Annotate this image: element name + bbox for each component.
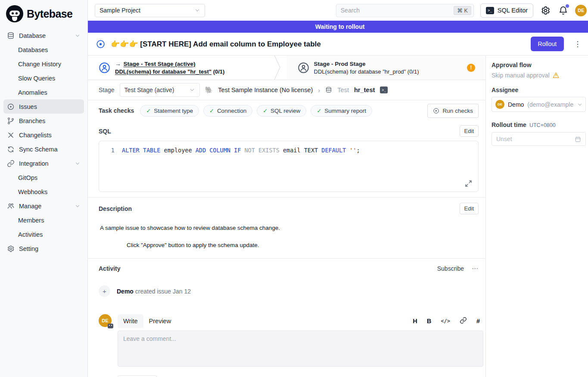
sidebar-item-slow-queries[interactable]: Slow Queries bbox=[3, 71, 84, 85]
description-line: Click "Approve" button to apply the sche… bbox=[100, 241, 479, 250]
sidebar-item-webhooks[interactable]: Webhooks bbox=[3, 185, 84, 199]
check-statement-type[interactable]: ✓ Statement type bbox=[140, 105, 199, 117]
check-connection[interactable]: ✓ Connection bbox=[203, 105, 252, 117]
sidebar-item-label: Database bbox=[19, 32, 46, 39]
sidebar-item-integration[interactable]: Integration bbox=[3, 156, 84, 170]
sidebar-item-members[interactable]: Members bbox=[3, 213, 84, 227]
rollout-time-value: Unset bbox=[496, 136, 512, 142]
task-checks-row: Task checks ✓ Statement type ✓ Connectio… bbox=[88, 100, 485, 121]
assignee-avatar: DE bbox=[495, 100, 504, 109]
sql-token: employee bbox=[160, 147, 195, 154]
terminal-icon: >_ bbox=[486, 7, 494, 14]
sidebar-item-change-history[interactable]: Change History bbox=[3, 57, 84, 71]
rollout-timezone: UTC+0800 bbox=[529, 122, 556, 128]
sidebar-item-activities[interactable]: Activities bbox=[3, 227, 84, 241]
sidebar-item-gitops[interactable]: GitOps bbox=[3, 170, 84, 185]
stage-test-text: → Stage - Test Stage (active) DDL(schema… bbox=[115, 61, 224, 75]
project-select-value: Sample Project bbox=[100, 7, 140, 14]
brand-logo[interactable]: Bytebase bbox=[3, 3, 84, 28]
chevron-down-icon bbox=[189, 87, 195, 93]
expand-icon[interactable] bbox=[465, 180, 472, 187]
stage-selector-row: Stage Test Stage (active) 🐘 Test Sample … bbox=[88, 80, 485, 100]
stage-test-name[interactable]: Stage - Test Stage (active) bbox=[124, 61, 196, 67]
description-line: A sample issue to showcase how to review… bbox=[100, 224, 479, 232]
user-avatar[interactable]: DE bbox=[575, 5, 587, 16]
sql-edit-button[interactable]: Edit bbox=[460, 125, 479, 137]
gear-icon bbox=[541, 6, 551, 15]
sidebar-item-label: Manage bbox=[19, 203, 41, 210]
sidebar-item-sync-schema[interactable]: Sync Schema bbox=[3, 142, 84, 156]
search-box[interactable]: ⌘ K bbox=[336, 4, 474, 17]
sidebar-item-anomalies[interactable]: Anomalies bbox=[3, 85, 84, 99]
topbar-right: ⌘ K >_ SQL Editor bbox=[336, 3, 587, 18]
code-format-button[interactable]: </> bbox=[441, 318, 450, 324]
rollout-time-picker[interactable]: Unset bbox=[492, 132, 586, 146]
bytebase-logo-icon bbox=[6, 5, 23, 22]
sidebar-item-label: Integration bbox=[19, 160, 49, 167]
sidebar-item-database[interactable]: Database bbox=[3, 28, 84, 43]
tab-write[interactable]: Write bbox=[118, 314, 143, 328]
notifications-button[interactable] bbox=[557, 5, 569, 16]
branch-icon bbox=[7, 117, 15, 125]
sidebar-item-label: Webhooks bbox=[18, 188, 47, 195]
description-edit-button[interactable]: Edit bbox=[460, 203, 479, 214]
hash-format-button[interactable]: # bbox=[476, 318, 480, 324]
sidebar-item-issues[interactable]: Issues bbox=[3, 99, 84, 114]
brand-name: Bytebase bbox=[27, 8, 72, 20]
tab-preview[interactable]: Preview bbox=[143, 314, 177, 328]
bold-format-button[interactable]: B bbox=[427, 318, 431, 324]
postgres-icon: 🐘 bbox=[205, 86, 213, 94]
sql-editor-button[interactable]: >_ SQL Editor bbox=[480, 3, 533, 18]
check-pass-icon: ✓ bbox=[209, 108, 214, 114]
chevron-down-icon bbox=[194, 7, 200, 13]
stage-select-dropdown[interactable]: Test Stage (active) bbox=[120, 83, 200, 97]
sidebar-item-branches[interactable]: Branches bbox=[3, 114, 84, 128]
rollout-button[interactable]: Rollout bbox=[531, 37, 564, 51]
check-sql-review[interactable]: ✓ SQL review bbox=[257, 105, 306, 117]
open-sql-editor-icon[interactable]: >_ bbox=[380, 87, 388, 93]
link-icon bbox=[7, 160, 15, 167]
check-summary-report[interactable]: ✓ Summary report bbox=[311, 105, 372, 117]
subscribe-button[interactable]: Subscribe bbox=[437, 265, 464, 272]
sql-section-title: SQL bbox=[99, 128, 111, 135]
project-select[interactable]: Sample Project bbox=[95, 4, 205, 17]
description-body: A sample issue to showcase how to review… bbox=[99, 224, 479, 250]
link-format-button[interactable] bbox=[460, 317, 467, 325]
check-label: Summary report bbox=[324, 108, 366, 114]
issue-menu-button[interactable]: ⋮ bbox=[569, 40, 586, 49]
activity-menu-button[interactable]: ⋯ bbox=[472, 265, 479, 272]
activity-action: created issue bbox=[134, 288, 173, 295]
assignee-select[interactable]: DE Demo (demo@example bbox=[492, 97, 586, 112]
check-pass-icon: ✓ bbox=[263, 108, 268, 114]
search-input[interactable] bbox=[341, 7, 454, 14]
sidebar-item-databases[interactable]: Databases bbox=[3, 43, 84, 57]
stage-assignee-icon-inactive bbox=[298, 62, 309, 74]
sidebar-item-changelists[interactable]: Changelists bbox=[3, 128, 84, 142]
content-row: → Stage - Test Stage (active) DDL(schema… bbox=[88, 56, 588, 377]
stage-prod-cell[interactable]: Stage - Prod Stage DDL(schema) for datab… bbox=[287, 56, 486, 80]
created-event-icon: + bbox=[99, 285, 110, 297]
calendar-icon bbox=[575, 136, 581, 142]
sql-code-line: 1 ALTER TABLE employee ADD COLUMN IF NOT… bbox=[105, 146, 472, 155]
sidebar-item-setting[interactable]: Setting bbox=[3, 241, 84, 256]
sidebar-item-label: Change History bbox=[18, 61, 61, 68]
activity-section: Activity Subscribe ⋯ + Demo created issu… bbox=[88, 258, 485, 377]
issue-circle-dot-icon bbox=[7, 103, 15, 111]
rollout-time-title: Rollout time bbox=[492, 121, 526, 128]
run-checks-button[interactable]: Run checks bbox=[427, 104, 479, 118]
comment-input[interactable] bbox=[118, 331, 483, 367]
stage-test-task-link[interactable]: DDL(schema) for database "hr_test" bbox=[115, 68, 212, 75]
sql-token: DEFAULT bbox=[321, 147, 346, 154]
sidebar-item-manage[interactable]: Manage bbox=[3, 199, 84, 213]
settings-button[interactable] bbox=[540, 5, 551, 16]
sql-code-block[interactable]: 1 ALTER TABLE employee ADD COLUMN IF NOT… bbox=[99, 141, 479, 192]
heading-format-button[interactable]: H bbox=[413, 318, 417, 324]
check-pass-icon: ✓ bbox=[317, 108, 321, 114]
instance-link[interactable]: Test Sample Instance (No license) bbox=[218, 87, 313, 93]
database-link[interactable]: hr_test bbox=[354, 87, 375, 93]
stage-test-cell[interactable]: → Stage - Test Stage (active) DDL(schema… bbox=[88, 56, 287, 80]
comment-submit-button[interactable]: Comment bbox=[118, 375, 157, 377]
sql-token: ADD COLUMN IF bbox=[196, 147, 241, 154]
assignee-title: Assignee bbox=[492, 87, 586, 93]
sql-token: ALTER TABLE bbox=[122, 147, 160, 154]
